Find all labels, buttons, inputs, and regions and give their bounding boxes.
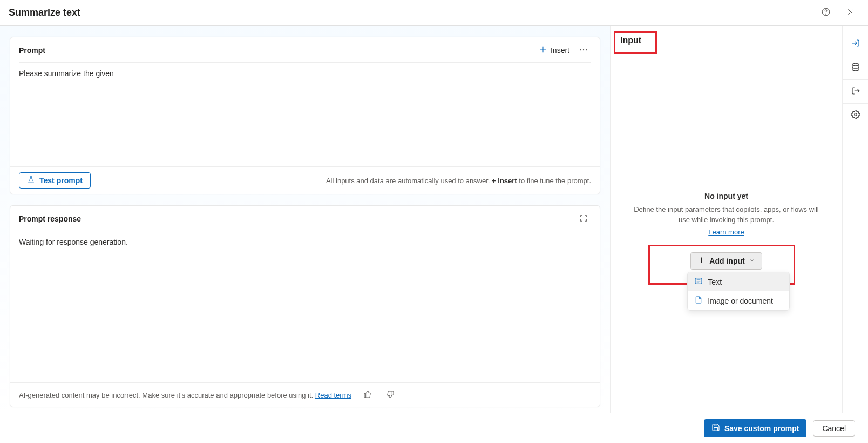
footer-bar: Save custom prompt Cancel [0, 413, 868, 443]
rail-data-button[interactable] [843, 56, 868, 80]
page-title: Summarize text [9, 7, 80, 18]
response-body: Waiting for response generation. [10, 231, 600, 382]
main-area: Prompt Insert Please sum [0, 26, 868, 413]
left-column: Prompt Insert Please sum [0, 26, 610, 413]
thumbs-up-icon [363, 390, 372, 400]
thumbs-down-icon [386, 390, 395, 400]
document-icon [694, 296, 703, 306]
expand-button[interactable] [576, 211, 591, 226]
learn-more-link[interactable]: Learn more [708, 228, 744, 236]
dropdown-image-doc-label: Image or document [708, 297, 773, 305]
dropdown-item-image-document[interactable]: Image or document [688, 291, 789, 310]
help-icon [821, 7, 831, 18]
dropdown-text-label: Text [708, 278, 722, 286]
save-icon [711, 423, 720, 433]
svg-point-1 [826, 14, 826, 14]
text-icon [694, 277, 703, 287]
hint-bold: + Insert [492, 177, 517, 185]
no-input-description: Define the input parameters that copilot… [630, 205, 823, 225]
svg-point-3 [583, 49, 584, 50]
add-input-button[interactable]: Add input [690, 252, 762, 270]
rail-settings-button[interactable] [843, 104, 868, 127]
hint-post: to fine tune the prompt. [517, 177, 591, 185]
cancel-button[interactable]: Cancel [813, 420, 855, 437]
prompt-card-actions: Insert [539, 43, 591, 58]
right-panel: Input No input yet Define the input para… [610, 26, 842, 413]
expand-icon [579, 214, 588, 224]
prompt-card-title: Prompt [19, 46, 45, 55]
response-card-title: Prompt response [19, 214, 81, 223]
add-input-container: Add input Text [690, 252, 762, 270]
dropdown-item-text[interactable]: Text [688, 272, 789, 291]
test-prompt-label: Test prompt [39, 176, 83, 185]
no-input-title: No input yet [704, 192, 748, 200]
hint-pre: All inputs and data are automatically us… [326, 177, 492, 185]
insert-label: Insert [551, 46, 569, 55]
add-input-label: Add input [709, 257, 744, 265]
plus-icon [697, 256, 706, 266]
svg-point-4 [586, 49, 587, 50]
close-button[interactable] [842, 4, 859, 22]
input-arrow-icon [851, 38, 860, 50]
read-terms-link[interactable]: Read terms [315, 391, 351, 399]
prompt-footer: Test prompt All inputs and data are auto… [10, 166, 600, 194]
output-arrow-icon [851, 86, 860, 97]
rail-output-button[interactable] [843, 80, 868, 104]
response-footer: AI-generated content may be incorrect. M… [10, 382, 600, 407]
gear-icon [851, 110, 860, 121]
save-custom-prompt-button[interactable]: Save custom prompt [704, 419, 806, 437]
chevron-down-icon [749, 257, 755, 265]
right-panel-empty-state: No input yet Define the input parameters… [611, 49, 842, 413]
svg-point-6 [852, 63, 859, 66]
more-button[interactable] [576, 43, 591, 58]
database-icon [851, 62, 860, 73]
prompt-hint: All inputs and data are automatically us… [326, 177, 591, 185]
header-bar: Summarize text [0, 0, 868, 26]
disclaimer-text: AI-generated content may be incorrect. M… [19, 391, 351, 399]
thumbs-up-button[interactable] [361, 388, 374, 401]
svg-point-2 [580, 49, 581, 50]
thumbs-down-button[interactable] [384, 388, 397, 401]
test-prompt-button[interactable]: Test prompt [19, 172, 91, 189]
prompt-card: Prompt Insert Please sum [10, 37, 600, 194]
plus-icon [539, 45, 547, 56]
rail-input-button[interactable] [843, 32, 868, 56]
add-input-dropdown: Text Image or document [687, 272, 790, 311]
tool-rail [842, 26, 868, 413]
prompt-editor[interactable]: Please summarize the given [10, 63, 600, 166]
help-button[interactable] [817, 4, 835, 22]
more-icon [579, 45, 588, 56]
response-card-header: Prompt response [10, 206, 600, 231]
insert-button[interactable]: Insert [539, 45, 569, 56]
input-tab[interactable]: Input [614, 31, 649, 49]
disclaimer-content: AI-generated content may be incorrect. M… [19, 391, 315, 399]
svg-point-7 [854, 113, 857, 116]
response-card: Prompt response Waiting for response gen… [10, 205, 600, 407]
flask-icon [27, 176, 35, 185]
save-label: Save custom prompt [724, 424, 799, 433]
close-icon [846, 8, 855, 18]
header-actions [817, 4, 859, 22]
prompt-card-header: Prompt Insert [10, 37, 600, 62]
